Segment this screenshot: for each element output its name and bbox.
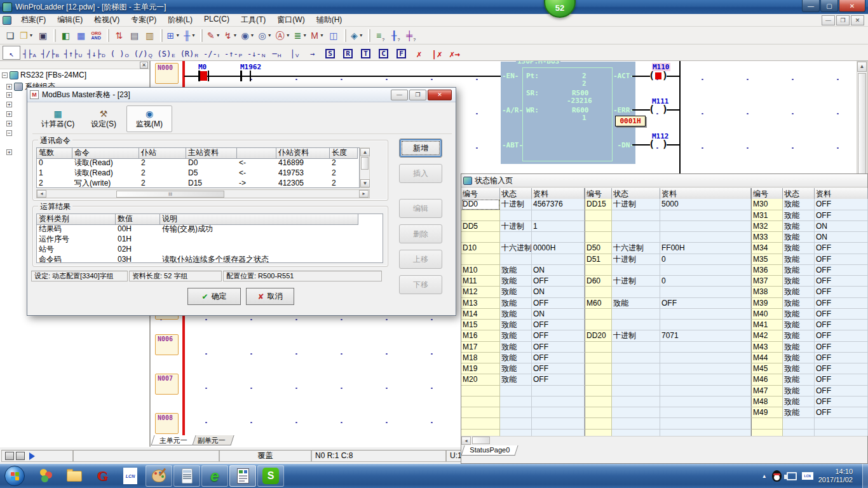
invert-tool[interactable]: -/-I: [201, 46, 222, 60]
taskbar-item-calculator[interactable]: [173, 465, 200, 487]
status-cell-value[interactable]: ON: [815, 221, 868, 232]
status-cell-id[interactable]: [461, 254, 500, 265]
rung-label-N007[interactable]: N007: [155, 374, 179, 395]
close-button[interactable]: ✕: [839, 0, 865, 12]
status-cell-value[interactable]: 致能: [783, 330, 815, 341]
status-cell-value[interactable]: OFF: [815, 396, 868, 407]
dialog-tab-item[interactable]: ⚒设定(S): [81, 105, 126, 132]
table-row[interactable]: 2写入(write)2D15->4123052: [37, 179, 359, 188]
contact-query-button[interactable]: ╪?: [403, 28, 419, 43]
status-cell-id[interactable]: M39: [751, 298, 783, 309]
status-cell-id[interactable]: M60: [585, 298, 612, 309]
command-table-hscrollbar[interactable]: ◂ ⦀⦀ ▸: [36, 189, 370, 198]
status-cell-value[interactable]: [500, 396, 532, 407]
menu-item-7[interactable]: 窗口(W): [271, 13, 310, 27]
tree-node-stub[interactable]: +: [6, 111, 12, 117]
status-cell-value[interactable]: [815, 418, 868, 429]
delete-col-tool[interactable]: |✗: [428, 46, 446, 60]
status-cell-value[interactable]: OFF: [815, 407, 868, 418]
delete-row-tool[interactable]: ✗→: [446, 46, 464, 60]
status-cell-value[interactable]: 致能: [783, 243, 815, 254]
status-cell-value[interactable]: OFF: [532, 320, 585, 330]
status-hscrollbar[interactable]: ◂: [461, 436, 867, 445]
dropdown-arrow-icon[interactable]: ▼: [268, 33, 272, 37]
rung-label-N000[interactable]: N000: [155, 63, 179, 84]
status-cell-value[interactable]: 十进制: [500, 221, 532, 232]
scroll-left-icon[interactable]: ◂: [461, 437, 471, 445]
status-cell-value[interactable]: OFF: [660, 298, 751, 309]
coil-M111[interactable]: (): [649, 104, 668, 115]
show-desktop-button[interactable]: [862, 464, 868, 488]
tree-node-stub[interactable]: +: [6, 121, 12, 126]
status-cell-id[interactable]: M35: [751, 254, 783, 265]
vline-tool[interactable]: │V: [286, 46, 304, 60]
table-edit-button[interactable]: ◫: [326, 28, 341, 43]
panel-close-icon[interactable]: ✕: [140, 62, 148, 69]
status-column-header[interactable]: 编号: [461, 188, 500, 200]
save-button[interactable]: ▣: [36, 28, 51, 43]
status-cell-value[interactable]: OFF: [532, 363, 585, 374]
dialog-minimize-button[interactable]: —: [391, 90, 408, 100]
status-cell-id[interactable]: [461, 386, 500, 396]
status-cell-value[interactable]: [612, 396, 660, 407]
tray-expand-icon[interactable]: ▲: [762, 473, 767, 479]
run-plug-button[interactable]: ↯▼: [222, 28, 240, 43]
menu-item-5[interactable]: PLC(C): [198, 13, 235, 27]
status-cell-value[interactable]: [532, 210, 585, 221]
status-cell-value[interactable]: 致能: [783, 210, 815, 221]
side-button-5[interactable]: 下移: [399, 275, 442, 294]
status-cell-id[interactable]: [585, 232, 612, 243]
status-cell-value[interactable]: 致能: [783, 353, 815, 363]
dropdown-arrow-icon[interactable]: ▼: [286, 33, 290, 37]
status-cell-id[interactable]: [461, 418, 500, 429]
mdi-minimize-button[interactable]: —: [822, 15, 835, 25]
contact-no-tool[interactable]: ┤├A: [20, 46, 39, 60]
status-cell-value[interactable]: 0: [660, 276, 751, 287]
plug-icon[interactable]: [5, 452, 14, 460]
menu-item-4[interactable]: 阶梯(L): [162, 13, 198, 27]
side-button-1[interactable]: 插入: [399, 164, 442, 183]
run-icon[interactable]: [29, 452, 35, 460]
status-cell-id[interactable]: [585, 210, 612, 221]
status-cell-value[interactable]: OFF: [815, 330, 868, 341]
status-cell-id[interactable]: M37: [751, 276, 783, 287]
hline-tool[interactable]: ─H: [268, 46, 286, 60]
dropdown-arrow-icon[interactable]: ▼: [302, 33, 307, 37]
status-cell-value[interactable]: [532, 254, 585, 265]
expander-icon[interactable]: +: [6, 149, 12, 155]
status-cell-value[interactable]: [612, 309, 660, 320]
status-cell-id[interactable]: [585, 430, 612, 437]
ok-button[interactable]: ✔ 确定: [187, 288, 241, 305]
status-cell-value[interactable]: [783, 430, 815, 437]
status-cell-value[interactable]: 致能: [783, 374, 815, 385]
status-cell-id[interactable]: D60: [585, 276, 612, 287]
find-register-button[interactable]: Ⓐ▼: [274, 28, 292, 43]
status-cell-value[interactable]: OFF: [815, 287, 868, 297]
status-cell-id[interactable]: M33: [751, 232, 783, 243]
dropdown-arrow-icon[interactable]: ▼: [233, 33, 237, 37]
status-cell-value[interactable]: OFF: [815, 342, 868, 353]
status-cell-id[interactable]: M14: [461, 309, 500, 320]
start-button[interactable]: [4, 466, 25, 486]
tray-clock[interactable]: 14:10 2017/11/02: [818, 468, 853, 484]
function-block-selection[interactable]: 150P.M-BUS -EN--A/R--ABT--ACT--ERR--DN- …: [501, 62, 635, 164]
status-cell-id[interactable]: M13: [461, 298, 500, 309]
status-cell-value[interactable]: 致能: [783, 287, 815, 297]
menu-item-6[interactable]: 工具(T): [235, 13, 271, 27]
status-cell-value[interactable]: 致能: [783, 309, 815, 320]
taskbar-item-paint[interactable]: [146, 465, 172, 487]
taskbar-item-sogou[interactable]: S: [257, 465, 284, 487]
status-cell-id[interactable]: M17: [461, 342, 500, 353]
column-header[interactable]: 命令: [72, 148, 139, 159]
status-cell-value[interactable]: OFF: [815, 386, 868, 396]
side-button-0[interactable]: 新增: [399, 139, 442, 158]
expander-icon[interactable]: −: [2, 72, 8, 78]
menu-item-8[interactable]: 辅助(H): [311, 13, 348, 27]
rising-edge-tool[interactable]: -↑-P: [222, 46, 245, 60]
status-cell-id[interactable]: [585, 407, 612, 418]
pointer-tool[interactable]: ↖: [3, 46, 20, 60]
command-table-vscrollbar[interactable]: ▲ ▼: [360, 147, 370, 188]
status-cell-id[interactable]: M36: [751, 265, 783, 276]
expander-icon[interactable]: −: [6, 130, 12, 136]
status-cell-value[interactable]: [660, 418, 751, 429]
